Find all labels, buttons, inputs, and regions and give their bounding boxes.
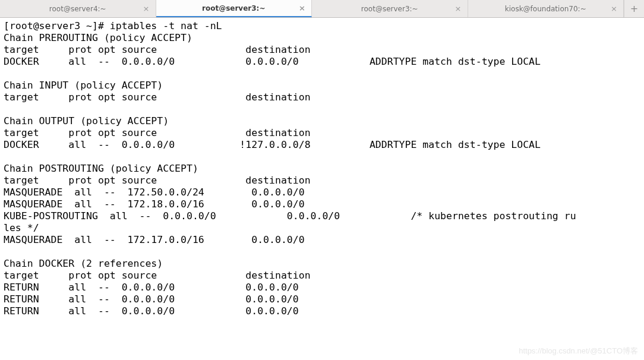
output-line: RETURN all -- 0.0.0.0/0 0.0.0.0/0 [4, 305, 364, 317]
output-line: target prot opt source destination [4, 270, 364, 281]
terminal-output[interactable]: [root@server3 ~]# iptables -t nat -nL Ch… [0, 18, 644, 317]
output-line: Chain POSTROUTING (policy ACCEPT) [4, 163, 198, 174]
output-line: DOCKER all -- 0.0.0.0/0 0.0.0.0/0 ADDRTY… [4, 56, 541, 67]
close-icon[interactable]: × [455, 4, 462, 13]
output-line: DOCKER all -- 0.0.0.0/0 !127.0.0.0/8 ADD… [4, 139, 541, 150]
tab-server3[interactable]: root@server3:~ × [312, 0, 468, 17]
close-icon[interactable]: × [299, 4, 305, 12]
tab-server4[interactable]: root@server4:~ × [0, 0, 156, 17]
output-line: target prot opt source destination [4, 127, 364, 138]
command: iptables -t nat -nL [110, 20, 222, 31]
tab-server3-active[interactable]: root@server3:~ × [156, 0, 312, 17]
watermark: https://blog.csdn.net/@51CTO博客 [519, 346, 638, 356]
close-icon[interactable]: × [143, 4, 150, 13]
output-line: target prot opt source destination [4, 91, 364, 103]
output-line: les */ [4, 222, 39, 233]
output-line: MASQUERADE all -- 172.50.0.0/24 0.0.0.0/… [4, 187, 370, 198]
output-line: target prot opt source destination [4, 175, 364, 186]
tab-label: root@server4:~ [49, 5, 106, 13]
tab-label: root@server3:~ [361, 5, 418, 13]
output-line: KUBE-POSTROUTING all -- 0.0.0.0/0 0.0.0.… [4, 210, 576, 222]
close-icon[interactable]: × [611, 4, 617, 13]
output-line: MASQUERADE all -- 172.18.0.0/16 0.0.0.0/… [4, 198, 370, 210]
plus-icon: + [630, 3, 638, 14]
output-line: target prot opt source destination [4, 44, 364, 55]
tab-label: kiosk@foundation70:~ [505, 5, 586, 13]
tab-bar: root@server4:~ × root@server3:~ × root@s… [0, 0, 644, 18]
output-line: RETURN all -- 0.0.0.0/0 0.0.0.0/0 [4, 293, 364, 305]
output-line: Chain DOCKER (2 references) [4, 258, 163, 269]
output-line: Chain PREROUTING (policy ACCEPT) [4, 32, 192, 43]
output-line: Chain OUTPUT (policy ACCEPT) [4, 115, 169, 127]
tab-label: root@server3:~ [202, 4, 265, 12]
prompt: [root@server3 ~]# [4, 20, 110, 31]
output-line: Chain INPUT (policy ACCEPT) [4, 80, 163, 91]
output-line: MASQUERADE all -- 172.17.0.0/16 0.0.0.0/… [4, 234, 370, 245]
tab-foundation70[interactable]: kiosk@foundation70:~ × [468, 0, 624, 17]
new-tab-button[interactable]: + [624, 0, 644, 17]
output-line: RETURN all -- 0.0.0.0/0 0.0.0.0/0 [4, 282, 364, 293]
